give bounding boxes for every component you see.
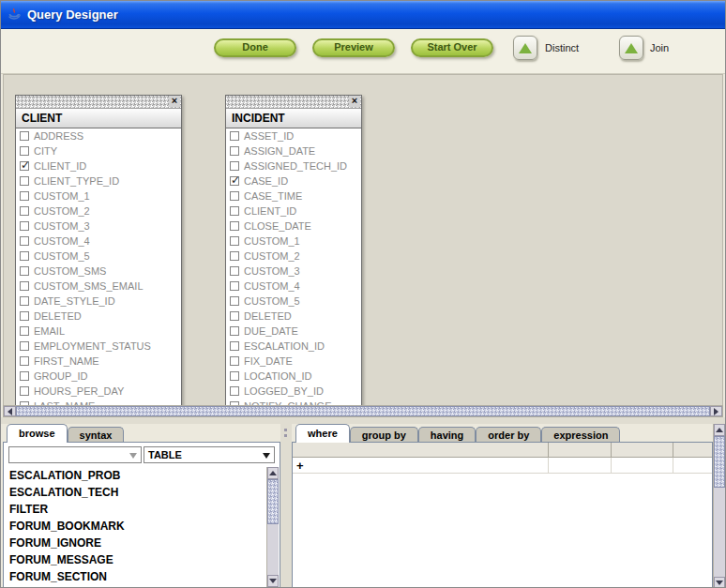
table-list-item[interactable]: FILTER [5,501,266,518]
field-checkbox[interactable] [20,356,29,366]
tab[interactable]: order by [476,427,541,442]
field-checkbox[interactable] [20,341,29,351]
field-checkbox[interactable] [230,191,239,201]
combo-arrow-button[interactable] [126,447,141,462]
field-checkbox[interactable] [20,236,29,246]
field-row[interactable]: CUSTOM_1 [226,234,361,249]
client-frame-titlebar[interactable]: × [16,96,181,109]
tab[interactable]: expression [541,427,620,442]
field-row[interactable]: ASSIGN_DATE [226,143,361,158]
add-condition-button[interactable]: + [296,460,304,472]
table-list-item[interactable]: FORUM_MESSAGE [5,551,266,568]
field-row[interactable]: ADDRESS [16,128,181,143]
field-row[interactable]: CASE_ID [226,173,361,188]
scroll-right-button[interactable] [710,406,722,416]
clause-cell[interactable] [673,458,712,474]
field-checkbox[interactable] [230,206,239,216]
vertical-splitter[interactable] [280,424,292,588]
tab[interactable]: browse [7,424,68,442]
done-button[interactable]: Done [214,38,296,57]
filter-input[interactable] [9,447,126,462]
field-checkbox[interactable] [230,311,239,321]
field-checkbox[interactable] [20,206,29,216]
field-row[interactable]: CLOSE_DATE [226,219,361,234]
object-type-combobox[interactable]: TABLE [144,446,275,463]
column-header[interactable] [673,443,712,458]
field-row[interactable]: CUSTOM_3 [226,264,361,279]
field-checkbox[interactable] [20,161,29,171]
scroll-up-button[interactable] [714,424,725,436]
field-checkbox[interactable] [230,296,239,306]
field-checkbox[interactable] [20,371,29,381]
field-row[interactable]: GROUP_ID [16,369,181,384]
field-checkbox[interactable] [230,371,239,381]
table-list-item[interactable]: FORUM_SECTION [5,568,266,585]
field-row[interactable]: LOGGED_BY_ID [226,384,361,399]
field-row[interactable]: CUSTOM_SMS [16,264,181,279]
field-checkbox[interactable] [230,341,239,351]
field-row[interactable]: DELETED [226,309,361,324]
horizontal-splitter[interactable] [1,417,725,424]
field-row[interactable]: ESCALATION_ID [226,339,361,354]
field-checkbox[interactable] [20,176,29,186]
field-row[interactable]: CUSTOM_1 [16,188,181,204]
field-row[interactable]: EMAIL [16,324,181,339]
field-row[interactable]: LAST_NAME [16,399,181,405]
field-row[interactable]: CLIENT_ID [226,204,361,219]
field-checkbox[interactable] [20,281,29,291]
table-list-item[interactable]: FORUM_IGNORE [5,535,266,551]
field-row[interactable]: FIX_DATE [226,354,361,369]
field-row[interactable]: CASE_TIME [226,188,361,204]
field-row[interactable]: CLIENT_ID [16,158,181,173]
field-checkbox[interactable] [20,386,29,396]
field-row[interactable]: CUSTOM_5 [226,294,361,309]
field-checkbox[interactable] [230,161,239,171]
filter-combobox[interactable] [8,446,142,463]
field-checkbox[interactable] [230,386,239,396]
table-list-item[interactable]: ESCALATION_TECH [5,484,266,501]
field-row[interactable]: HOURS_PER_DAY [16,384,181,399]
field-checkbox[interactable] [20,266,29,276]
field-checkbox[interactable] [20,326,29,336]
scroll-down-button[interactable] [267,575,279,587]
field-checkbox[interactable] [230,236,239,246]
column-header[interactable] [549,443,612,458]
field-row[interactable]: DUE_DATE [226,324,361,339]
clause-cell[interactable] [549,458,612,474]
field-row[interactable]: CITY [16,143,181,158]
field-checkbox[interactable] [230,281,239,291]
field-row[interactable]: CLIENT_TYPE_ID [16,173,181,188]
field-row[interactable]: EMPLOYMENT_STATUS [16,339,181,354]
close-icon[interactable]: × [169,96,180,107]
field-row[interactable]: CUSTOM_2 [16,204,181,219]
field-checkbox[interactable] [20,191,29,201]
field-checkbox[interactable] [20,221,29,231]
field-row[interactable]: FIRST_NAME [16,354,181,369]
clause-cell[interactable]: + [293,458,549,474]
field-row[interactable]: DELETED [16,309,181,324]
field-checkbox[interactable] [20,146,29,156]
table-list-scrollbar[interactable] [266,467,279,587]
field-row[interactable]: CUSTOM_2 [226,249,361,264]
distinct-toggle-button[interactable] [513,36,537,60]
join-toggle-button[interactable] [619,36,643,60]
field-row[interactable]: CUSTOM_5 [16,249,181,264]
scroll-up-button[interactable] [267,467,279,479]
field-row[interactable]: ASSET_ID [226,128,361,143]
field-row[interactable]: LOCATION_ID [226,369,361,384]
field-checkbox[interactable] [20,296,29,306]
field-checkbox[interactable] [20,251,29,261]
field-row[interactable]: CUSTOM_3 [16,219,181,234]
preview-button[interactable]: Preview [312,38,395,57]
field-row[interactable]: CUSTOM_4 [226,279,361,294]
column-header[interactable] [612,443,673,458]
field-row[interactable]: CUSTOM_SMS_EMAIL [16,279,181,294]
column-header[interactable] [293,443,549,458]
field-checkbox[interactable] [230,356,239,366]
start-over-button[interactable]: Start Over [411,38,493,57]
field-row[interactable]: ASSIGNED_TECH_ID [226,158,361,173]
field-row[interactable]: DATE_STYLE_ID [16,294,181,309]
field-checkbox[interactable] [230,251,239,261]
field-checkbox[interactable] [230,266,239,276]
scroll-down-button[interactable] [714,577,725,588]
